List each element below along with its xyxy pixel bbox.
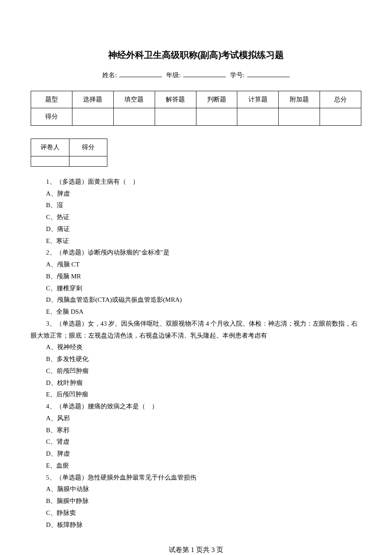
score-cell: [72, 108, 113, 126]
question-stem: 3、（单选题）女，43 岁。因头痛伴呕吐、双眼视物不清 4 个月收入院。体检：神…: [31, 318, 361, 342]
question-option: A、风邪: [46, 413, 361, 425]
score-header: 总分: [320, 91, 361, 108]
question-option: B、脑膜中静脉: [46, 495, 361, 507]
score-header: 题型: [31, 91, 72, 108]
score-cell: [155, 108, 196, 126]
question-option: B、湿: [46, 199, 361, 211]
page-title: 神经外科卫生高级职称(副高)考试模拟练习题: [31, 47, 361, 64]
grader-col1: 评卷人: [31, 139, 69, 156]
grade-blank: [183, 70, 226, 77]
questions-block: 1、（多选题）面黄主病有（ ）A、脾虚B、湿C、热证D、痛证E、寒证2、（单选题…: [31, 176, 361, 531]
score-cell: [113, 108, 155, 126]
score-header: 解答题: [155, 91, 196, 108]
question-stem: 5、（单选题）急性硬膜外血肿最常见于什么血管损伤: [46, 472, 361, 484]
question-option: B、多发性硬化: [46, 353, 361, 365]
grader-col2: 得分: [69, 139, 107, 156]
id-label: 学号:: [230, 72, 245, 78]
score-cell: [237, 108, 279, 126]
question-option: D、板障静脉: [46, 519, 361, 531]
question-option: D、颅脑血管造影(CTA)或磁共振血管造影(MRA): [46, 294, 361, 306]
name-blank: [119, 70, 162, 77]
question-option: D、脾虚: [46, 448, 361, 460]
score-table-value-row: 得分: [31, 108, 361, 126]
question-stem: 2、（单选题）诊断颅内动脉瘤的"金标准"是: [46, 247, 361, 259]
question-option: C、静脉窦: [46, 507, 361, 519]
question-option: A、脑膜中动脉: [46, 483, 361, 495]
question-option: C、肾虚: [46, 436, 361, 448]
question-option: C、前颅凹肿瘤: [46, 365, 361, 377]
question-option: B、颅脑 MR: [46, 271, 361, 283]
student-info-line: 姓名: 年级: 学号:: [31, 69, 361, 81]
question-option: E、全脑 DSA: [46, 306, 361, 318]
score-cell: [320, 108, 361, 126]
grader-empty: [69, 156, 107, 166]
name-label: 姓名:: [102, 72, 117, 78]
score-row-label: 得分: [31, 108, 72, 126]
score-cell: [279, 108, 320, 126]
grade-label: 年级:: [166, 72, 181, 78]
question-option: C、腰椎穿刺: [46, 283, 361, 295]
page-footer: 试卷第 1 页共 3 页: [31, 543, 361, 555]
question-option: E、血瘀: [46, 460, 361, 472]
score-header: 填空题: [113, 91, 155, 108]
question-option: D、枕叶肿瘤: [46, 377, 361, 389]
score-header: 附加题: [279, 91, 320, 108]
grader-table: 评卷人 得分: [31, 139, 107, 167]
question-option: C、热证: [46, 211, 361, 223]
score-table-header-row: 题型 选择题 填空题 解答题 判断题 计算题 附加题 总分: [31, 91, 361, 108]
question-option: D、痛证: [46, 223, 361, 235]
score-header: 选择题: [72, 91, 113, 108]
score-cell: [196, 108, 237, 126]
question-option: B、寒邪: [46, 425, 361, 436]
question-option: E、后颅凹肿瘤: [46, 389, 361, 401]
question-option: A、视神经炎: [46, 341, 361, 353]
score-header: 判断题: [196, 91, 237, 108]
question-option: A、脾虚: [46, 188, 361, 200]
question-option: E、寒证: [46, 235, 361, 247]
score-table: 题型 选择题 填空题 解答题 判断题 计算题 附加题 总分 得分: [31, 91, 361, 126]
score-header: 计算题: [237, 91, 279, 108]
grader-empty: [31, 156, 69, 166]
question-option: A、颅脑 CT: [46, 259, 361, 271]
question-stem: 1、（多选题）面黄主病有（ ）: [46, 176, 361, 188]
id-blank: [247, 70, 290, 77]
question-stem: 4、（单选题）腰痛的致病之本是（ ）: [46, 401, 361, 413]
